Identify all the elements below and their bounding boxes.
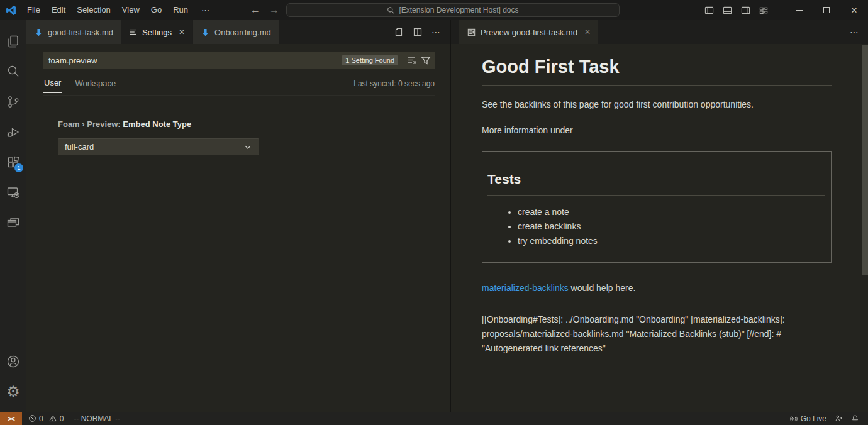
tab-preview-good-first-task[interactable]: Preview good-first-task.md ✕: [459, 20, 598, 44]
toggle-sidebar-icon[interactable]: [704, 6, 714, 15]
close-window-button[interactable]: ✕: [840, 0, 868, 20]
setting-item-embed-note-type: Foam › Preview: Embed Note Type full-car…: [43, 96, 435, 155]
nav-back-icon[interactable]: ←: [250, 4, 260, 16]
maximize-button[interactable]: [813, 0, 840, 20]
scope-tab-workspace[interactable]: Workspace: [74, 79, 117, 93]
vscode-logo-icon: [0, 5, 21, 16]
activity-bar: 1 ⚙: [0, 20, 26, 412]
editor-more-actions-icon[interactable]: ⋯: [850, 27, 859, 37]
broadcast-icon: [789, 414, 798, 422]
customize-layout-icon[interactable]: [759, 6, 769, 15]
markdown-file-icon: [201, 28, 210, 37]
extensions-icon[interactable]: 1: [0, 147, 26, 177]
command-center[interactable]: [Extension Development Host] docs: [286, 3, 620, 17]
settings-scope-tabs: User Workspace Last synced: 0 secs ago: [43, 76, 435, 96]
settings-editor-group: good-first-task.md Settings ✕ Onboarding…: [26, 20, 451, 412]
error-icon: [28, 414, 36, 422]
warning-count: 0: [60, 414, 64, 423]
preview-editor-group: Preview good-first-task.md ✕ ⋯ Good Firs…: [451, 20, 868, 412]
clear-settings-filter-icon[interactable]: [407, 55, 417, 65]
preview-scrollbar[interactable]: [862, 45, 868, 275]
search-icon: [387, 6, 395, 14]
run-debug-icon[interactable]: [0, 117, 26, 147]
list-item: create a note: [518, 205, 825, 219]
tab-onboarding[interactable]: Onboarding.md: [193, 20, 279, 44]
close-tab-icon[interactable]: ✕: [584, 28, 591, 36]
last-synced-label: Last synced: 0 secs ago: [353, 79, 435, 92]
problems-indicator[interactable]: 0 0: [25, 412, 70, 425]
embedded-note-card: Tests create a note create backlinks try…: [482, 151, 832, 263]
right-tab-bar: Preview good-first-task.md ✕ ⋯: [451, 20, 868, 44]
markdown-preview-icon: [467, 28, 476, 37]
go-live-button[interactable]: Go Live: [786, 412, 830, 425]
menu-run[interactable]: Run: [167, 0, 194, 20]
settings-search-input[interactable]: foam.preview 1 Setting Found: [43, 52, 435, 69]
materialized-backlinks-link[interactable]: materialized-backlinks: [482, 283, 569, 293]
remote-explorer-icon[interactable]: [0, 177, 26, 207]
nav-forward-icon[interactable]: →: [269, 4, 279, 16]
minimize-button[interactable]: [785, 0, 813, 20]
source-control-icon[interactable]: [0, 87, 26, 117]
settings-list-icon: [129, 28, 138, 36]
settings-search-value: foam.preview: [48, 56, 342, 65]
scope-tab-user[interactable]: User: [43, 78, 62, 93]
status-bar: >< 0 0 -- NORMAL -- Go Live: [0, 412, 868, 425]
menu-more-icon[interactable]: ⋯: [194, 6, 218, 15]
warning-icon: [48, 414, 57, 422]
live-share-icon[interactable]: [830, 412, 847, 425]
search-view-icon[interactable]: [0, 57, 26, 87]
notifications-bell-icon[interactable]: [847, 412, 863, 425]
error-count: 0: [39, 414, 43, 423]
embedded-note-heading: Tests: [487, 172, 825, 196]
preview-intro-paragraph: See the backlinks of this page for good …: [482, 98, 832, 111]
close-tab-icon[interactable]: ✕: [179, 28, 185, 36]
title-bar: File Edit Selection View Go Run ⋯ ← → [E…: [0, 0, 868, 20]
remote-indicator[interactable]: ><: [0, 412, 22, 425]
left-tab-bar: good-first-task.md Settings ✕ Onboarding…: [26, 20, 450, 44]
menu-go[interactable]: Go: [145, 0, 167, 20]
extensions-badge: 1: [14, 163, 23, 172]
list-item: create backlinks: [518, 219, 825, 234]
setting-name-label: Embed Note Type: [123, 119, 191, 129]
explorer-icon[interactable]: [0, 26, 26, 57]
editor-more-actions-icon[interactable]: ⋯: [431, 27, 441, 37]
embed-note-type-value: full-card: [65, 142, 94, 152]
menu-edit[interactable]: Edit: [46, 0, 71, 20]
open-preview-icon[interactable]: [394, 27, 404, 37]
windows-panels-icon[interactable]: [0, 207, 26, 238]
embed-note-type-select[interactable]: full-card: [58, 138, 259, 155]
toggle-secondary-sidebar-icon[interactable]: [741, 6, 750, 15]
settings-gear-icon[interactable]: ⚙: [0, 377, 26, 407]
accounts-icon[interactable]: [0, 346, 26, 377]
markdown-preview-content: Good First Task See the backlinks of thi…: [451, 44, 868, 356]
setting-category-label: Foam › Preview:: [58, 119, 123, 129]
list-item: try embedding notes: [518, 234, 825, 248]
chevron-down-icon: [243, 143, 252, 152]
filter-settings-icon[interactable]: [421, 55, 431, 65]
preview-title: Good First Task: [482, 57, 832, 86]
link-references-paragraph: [[Onboarding#Tests]: ../Onboarding.md "O…: [482, 312, 832, 356]
menu-selection[interactable]: Selection: [71, 0, 116, 20]
toggle-panel-icon[interactable]: [723, 6, 732, 15]
vim-mode-indicator[interactable]: -- NORMAL --: [70, 412, 124, 425]
tab-settings[interactable]: Settings ✕: [121, 20, 192, 44]
preview-more-info-paragraph: More information under: [482, 124, 832, 137]
command-center-label: [Extension Development Host] docs: [399, 6, 518, 14]
settings-result-count-badge: 1 Setting Found: [342, 55, 398, 65]
help-paragraph: materialized-backlinks would help here.: [482, 282, 832, 295]
split-editor-icon[interactable]: [413, 27, 423, 37]
menu-view[interactable]: View: [116, 0, 145, 20]
markdown-file-icon: [34, 28, 43, 37]
menu-file[interactable]: File: [21, 0, 46, 20]
embedded-note-list: create a note create backlinks try embed…: [487, 205, 825, 248]
tab-good-first-task[interactable]: good-first-task.md: [26, 20, 121, 44]
